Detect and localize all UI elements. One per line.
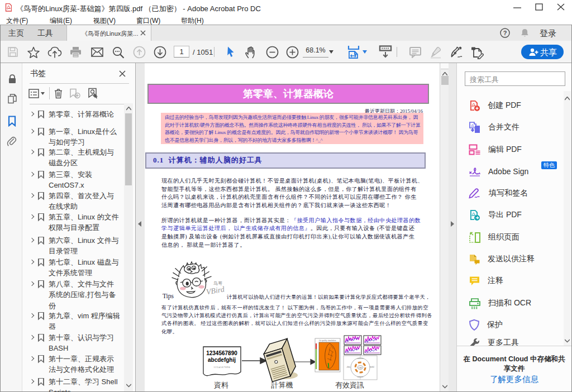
svg-text:資料: 資料 [214, 381, 228, 389]
svg-text:abcdefghij: abcdefghij [208, 357, 236, 363]
svg-text:Air quality simulation: Air quality simulation [319, 340, 336, 342]
svg-text:?: ? [503, 30, 507, 36]
svg-text:CRF: CRF [359, 367, 363, 369]
svg-text:emission: emission [357, 357, 364, 360]
svg-text:data: data [347, 366, 350, 368]
svg-text:model: model [370, 366, 374, 368]
svg-text:analysis: analysis [358, 376, 364, 378]
svg-text:1234567890: 1234567890 [206, 350, 237, 356]
svg-text:計算機: 計算機 [271, 381, 293, 389]
svg-text:1 2 3 4 5 6 7 8 9 0: 1 2 3 4 5 6 7 8 9 0 [214, 366, 230, 369]
svg-text:有效資訊: 有效資訊 [335, 381, 364, 389]
